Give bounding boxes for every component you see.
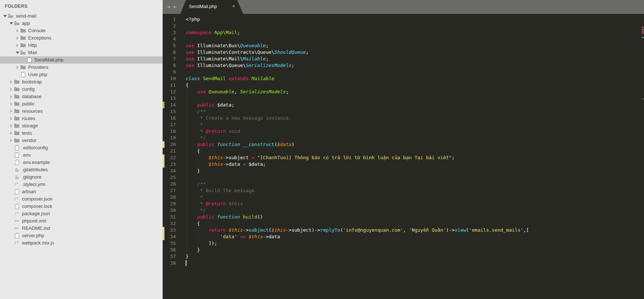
code-line-30[interactable]: 30 */ xyxy=(163,207,644,214)
code-line-21[interactable]: 21 { xyxy=(163,148,644,154)
code-line-11[interactable]: 11{ xyxy=(163,82,644,89)
tree-item-package-json[interactable]: /*package.json xyxy=(0,210,163,217)
code-line-33[interactable]: 33 return $this->subject($this->subject)… xyxy=(163,227,644,233)
line-number: 20 xyxy=(163,141,176,148)
tree-item-resources[interactable]: resources xyxy=(0,108,163,115)
sidebar: FOLDERS send-mailappConsoleExceptionsHtt… xyxy=(0,0,163,299)
code-line-content: * @return void xyxy=(186,128,240,135)
code-line-13[interactable]: 13 xyxy=(163,95,644,102)
tree-item-composer-json[interactable]: /*composer.json xyxy=(0,195,163,203)
code-line-24[interactable]: 24 } xyxy=(163,168,644,174)
tree-item-label: bootstrap xyxy=(22,78,42,86)
indent-guide xyxy=(187,95,187,102)
code-line-37[interactable]: 37} xyxy=(163,253,644,260)
tree-item-http[interactable]: Http xyxy=(0,42,163,49)
tree-item-styleci-yml[interactable]: /*.styleci.yml xyxy=(0,181,163,188)
tree-item-exceptions[interactable]: Exceptions xyxy=(0,34,163,42)
code-line-3[interactable]: 3namespace App\Mail; xyxy=(163,29,644,36)
tree-item-providers[interactable]: Providers xyxy=(0,64,163,71)
code-line-12[interactable]: 12 use Queueable, SerializesModels; xyxy=(163,89,644,95)
code-line-34[interactable]: 34 'data' => $this->data xyxy=(163,233,644,240)
code-line-content: use Illuminate\Contracts\Queue\ShouldQue… xyxy=(186,49,309,56)
code-line-5[interactable]: 5use Illuminate\Bus\Queueable; xyxy=(163,42,644,49)
tree-item-public[interactable]: public xyxy=(0,100,163,108)
code-line-19[interactable]: 19 */ xyxy=(163,135,644,141)
line-number: 3 xyxy=(163,29,176,36)
code-line-29[interactable]: 29 * @return $this xyxy=(163,201,644,207)
tree-item-vendor[interactable]: vendor xyxy=(0,137,163,144)
tree-item-bootstrap[interactable]: bootstrap xyxy=(0,78,163,86)
code-line-32[interactable]: 32 { xyxy=(163,220,644,227)
code-line-4[interactable]: 4 xyxy=(163,36,644,42)
code-line-9[interactable]: 9 xyxy=(163,69,644,75)
code-line-content: { xyxy=(186,82,189,89)
code-line-10[interactable]: 10class SendMail extends Mailable xyxy=(163,75,644,82)
code-line-content: ]); xyxy=(186,240,217,247)
tree-item-phpunit-xml[interactable]: <>phpunit.xml xyxy=(0,217,163,225)
tree-item-storage[interactable]: storage xyxy=(0,122,163,130)
tree-item-label: .editorconfig xyxy=(22,144,48,152)
code-line-26[interactable]: 26 /** xyxy=(163,181,644,187)
editor-pane[interactable]: ◀ ▶ SendMail.php × 1<?php23namespace App… xyxy=(163,0,644,299)
code-line-6[interactable]: 6use Illuminate\Contracts\Queue\ShouldQu… xyxy=(163,49,644,56)
line-number: 13 xyxy=(163,95,176,102)
tree-item-config[interactable]: config xyxy=(0,86,163,93)
minimap[interactable] xyxy=(641,14,644,299)
code-line-7[interactable]: 7use Illuminate\Mail\Mailable; xyxy=(163,56,644,62)
code-line-31[interactable]: 31 public function build() xyxy=(163,214,644,220)
tree-item-webpack-mix-js[interactable]: /*webpack.mix.js xyxy=(0,239,163,247)
line-number: 9 xyxy=(163,69,176,75)
code-line-20[interactable]: 20 public function __construct($data) xyxy=(163,141,644,148)
tree-item-editorconfig[interactable]: .editorconfig xyxy=(0,144,163,152)
code-line-38[interactable]: 38 xyxy=(163,260,644,266)
line-number: 2 xyxy=(163,23,176,29)
tree-item-env-example[interactable]: .env.example xyxy=(0,159,163,166)
code-line-14[interactable]: 14 public $data; xyxy=(163,102,644,108)
tree-item-label: User.php xyxy=(28,71,47,78)
code-line-2[interactable]: 2 xyxy=(163,23,644,29)
code-line-18[interactable]: 18 * @return void xyxy=(163,128,644,135)
tree-item-artisan[interactable]: artisan xyxy=(0,188,163,195)
code-line-27[interactable]: 27 * Build the message. xyxy=(163,187,644,194)
tree-item-routes[interactable]: routes xyxy=(0,115,163,122)
tree-item-readme-md[interactable]: <>README.md xyxy=(0,225,163,232)
tree-item-gitattributes[interactable]: .gitattributes xyxy=(0,166,163,173)
tree-item-console[interactable]: Console xyxy=(0,27,163,34)
code-line-22[interactable]: 22 $this->subject = "[ChanhTuoi] Thông b… xyxy=(163,154,644,161)
code-line-16[interactable]: 16 * Create a new message instance. xyxy=(163,115,644,122)
folders-heading: FOLDERS xyxy=(5,4,28,9)
tree-item-send-mail[interactable]: send-mail xyxy=(0,12,163,20)
code-line-25[interactable]: 25 xyxy=(163,174,644,181)
markup-file-icon: <> xyxy=(14,226,20,231)
line-number: 36 xyxy=(163,247,176,253)
tree-item-sendmail-php[interactable]: SendMail.php xyxy=(0,56,163,64)
tab-scroll-right-icon[interactable]: ▶ xyxy=(174,4,177,9)
code-line-36[interactable]: 36 } xyxy=(163,247,644,253)
code-line-1[interactable]: 1<?php xyxy=(163,16,644,23)
tree-item-gitignore[interactable]: .gitignore xyxy=(0,173,163,181)
code-line-content: <?php xyxy=(186,16,200,23)
tree-item-user-php[interactable]: User.php xyxy=(0,71,163,78)
code-line-28[interactable]: 28 * xyxy=(163,194,644,201)
tree-item-server-php[interactable]: server.php xyxy=(0,232,163,239)
code-line-8[interactable]: 8use Illuminate\Queue\SerializesModels; xyxy=(163,62,644,69)
tree-item-composer-lock[interactable]: composer.lock xyxy=(0,203,163,210)
tree-item-database[interactable]: database xyxy=(0,93,163,100)
close-icon[interactable]: × xyxy=(232,3,235,9)
tree-item-mail[interactable]: Mail xyxy=(0,49,163,56)
code-line-content: { xyxy=(186,220,200,227)
tree-item-app[interactable]: app xyxy=(0,20,163,27)
code-line-17[interactable]: 17 * xyxy=(163,122,644,128)
line-number: 17 xyxy=(163,122,176,128)
code-line-content: public function build() xyxy=(186,214,263,220)
tab-scroll-left-icon[interactable]: ◀ xyxy=(167,4,170,9)
tab-sendmail-php[interactable]: SendMail.php × xyxy=(180,0,243,14)
folder-icon xyxy=(14,138,20,143)
tree-item-label: Providers xyxy=(28,64,48,71)
tree-item-env[interactable]: .env xyxy=(0,152,163,159)
tree-item-tests[interactable]: tests xyxy=(0,130,163,137)
code-line-15[interactable]: 15 /** xyxy=(163,108,644,115)
code-editor[interactable]: 1<?php23namespace App\Mail;45use Illumin… xyxy=(163,14,644,299)
code-line-23[interactable]: 23 $this->data = $data; xyxy=(163,161,644,168)
code-line-35[interactable]: 35 ]); xyxy=(163,240,644,247)
